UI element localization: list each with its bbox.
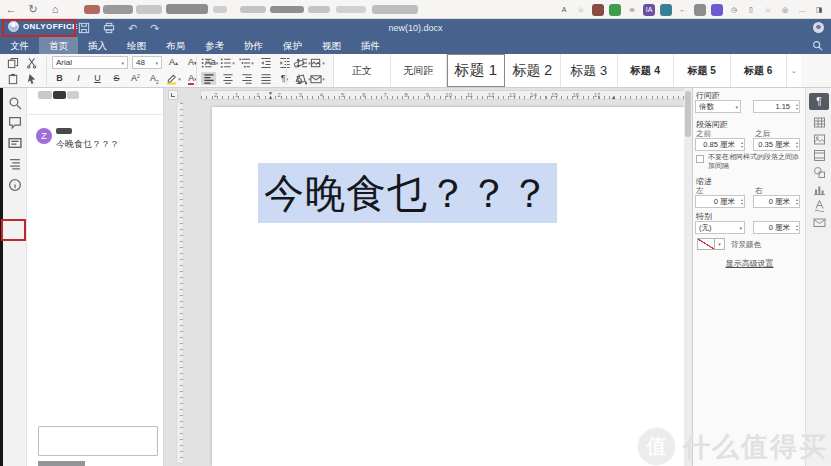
- browser-extension-icon[interactable]: …: [796, 4, 808, 16]
- highlight-color-icon[interactable]: ▾: [166, 72, 181, 85]
- browser-back-icon[interactable]: ←: [0, 0, 22, 19]
- line-spacing-type-select[interactable]: 倍数▾: [695, 100, 741, 113]
- same-style-checkbox[interactable]: [696, 155, 704, 163]
- selected-document-text[interactable]: 今晚食乜？？？: [258, 163, 557, 223]
- search-icon[interactable]: [8, 96, 22, 110]
- style-preset[interactable]: 标题 2: [505, 54, 562, 87]
- style-preset[interactable]: 标题 5: [674, 54, 731, 87]
- bold-button[interactable]: B: [52, 72, 67, 85]
- multilevel-list-icon[interactable]: ▾: [239, 56, 254, 69]
- browser-extension-icon[interactable]: A: [558, 4, 570, 16]
- browser-extension-icon[interactable]: IA: [643, 4, 655, 16]
- menu-tab[interactable]: 文件: [0, 37, 39, 54]
- subscript-button[interactable]: A2: [147, 72, 162, 85]
- table-settings-icon[interactable]: [812, 115, 826, 129]
- image-settings-icon[interactable]: [812, 132, 826, 146]
- header-footer-settings-icon[interactable]: [812, 148, 826, 162]
- font-color-icon[interactable]: A▾: [185, 72, 200, 85]
- right-indent-marker[interactable]: ▲: [611, 95, 616, 99]
- search-icon[interactable]: [812, 40, 823, 51]
- indent-right-field[interactable]: 0 厘米▴▾: [753, 195, 800, 208]
- browser-extension-icon[interactable]: [694, 4, 706, 16]
- menu-tab[interactable]: 绘图: [117, 37, 156, 54]
- font-size-select[interactable]: 48▾: [132, 56, 162, 69]
- menu-tab[interactable]: 布局: [156, 37, 195, 54]
- background-color-dropdown-icon[interactable]: ▾: [715, 238, 725, 250]
- align-left-button[interactable]: [201, 72, 216, 85]
- italic-button[interactable]: I: [71, 72, 86, 85]
- select-tool-icon[interactable]: [24, 72, 39, 85]
- superscript-button[interactable]: A2: [128, 72, 143, 85]
- add-comment-button[interactable]: [38, 461, 85, 466]
- document-page[interactable]: 今晚食乜？？？: [212, 107, 686, 466]
- chart-settings-icon[interactable]: [812, 182, 826, 196]
- strikethrough-button[interactable]: S: [109, 72, 124, 85]
- align-center-button[interactable]: [220, 72, 235, 85]
- spacing-before-field[interactable]: 0.85 厘米▴▾: [695, 138, 745, 151]
- shape-settings-icon[interactable]: [812, 165, 826, 179]
- cut-icon[interactable]: [24, 56, 39, 69]
- bullet-list-icon[interactable]: ▾: [201, 56, 216, 69]
- browser-extension-icon[interactable]: [660, 4, 672, 16]
- menu-tab[interactable]: 插件: [351, 37, 390, 54]
- user-avatar[interactable]: [813, 22, 824, 33]
- headings-icon[interactable]: [8, 157, 22, 171]
- mail-merge-icon[interactable]: ▾: [310, 72, 325, 85]
- first-line-indent-marker[interactable]: ▼▲: [268, 91, 273, 99]
- browser-extension-icon[interactable]: ◎: [779, 4, 791, 16]
- underline-button[interactable]: U: [90, 72, 105, 85]
- style-preset[interactable]: 正文: [334, 54, 391, 87]
- menu-tab[interactable]: 视图: [312, 37, 351, 54]
- menu-tab[interactable]: 插入: [78, 37, 117, 54]
- comments-icon[interactable]: [8, 116, 22, 130]
- browser-extension-icon[interactable]: [592, 4, 604, 16]
- nonprinting-chars-icon[interactable]: ¶▾: [277, 72, 292, 85]
- browser-extension-icon[interactable]: ∞: [626, 4, 638, 16]
- comment-reply-input[interactable]: [38, 426, 158, 456]
- menu-tab[interactable]: 保护: [273, 37, 312, 54]
- browser-extension-icon[interactable]: ◷: [728, 4, 740, 16]
- more-styles-button[interactable]: ⌄: [787, 54, 801, 87]
- browser-extension-icon[interactable]: ▯: [745, 4, 757, 16]
- browser-extension-icon[interactable]: ←: [677, 4, 689, 16]
- special-indent-select[interactable]: (无)▾: [695, 221, 745, 234]
- paragraph-settings-icon[interactable]: ¶: [809, 93, 829, 110]
- spacing-after-field[interactable]: 0.35 厘米▴▾: [753, 138, 800, 151]
- text-art-settings-icon[interactable]: [812, 198, 826, 212]
- scrollbar-thumb[interactable]: [685, 91, 691, 137]
- numbered-list-icon[interactable]: ▾: [220, 56, 235, 69]
- style-preset[interactable]: 无间距: [391, 54, 448, 87]
- decrease-font-icon[interactable]: A▾: [185, 56, 200, 69]
- about-icon[interactable]: [8, 178, 22, 192]
- paste-icon[interactable]: [5, 72, 20, 85]
- browser-extension-icon[interactable]: ◨: [813, 4, 825, 16]
- menu-tab[interactable]: 协作: [234, 37, 273, 54]
- indent-left-field[interactable]: 0 厘米▴▾: [695, 195, 745, 208]
- style-preset[interactable]: 标题 3: [561, 54, 618, 87]
- align-right-button[interactable]: [239, 72, 254, 85]
- style-preset[interactable]: 标题 6: [731, 54, 788, 87]
- browser-home-icon[interactable]: ⌂: [44, 0, 66, 19]
- justify-button[interactable]: [258, 72, 273, 85]
- clear-style-icon[interactable]: [291, 56, 306, 69]
- mail-merge-settings-icon[interactable]: [812, 215, 826, 229]
- font-name-select[interactable]: Arial▾: [52, 56, 128, 69]
- copy-style-icon[interactable]: [291, 72, 306, 85]
- tab-stop-selector[interactable]: [168, 90, 178, 100]
- background-color-swatch[interactable]: [697, 238, 715, 250]
- chat-icon[interactable]: [8, 136, 22, 150]
- browser-extension-icon[interactable]: ☆: [762, 4, 774, 16]
- style-preset[interactable]: 标题 4: [618, 54, 675, 87]
- advanced-settings-link[interactable]: 显示高级设置: [693, 258, 806, 269]
- decrease-indent-icon[interactable]: [258, 56, 273, 69]
- menu-tab[interactable]: 参考: [195, 37, 234, 54]
- horizontal-ruler[interactable]: 211234567891011121314151617 ▼▲ ▲: [200, 90, 694, 100]
- increase-font-icon[interactable]: A▴: [166, 56, 181, 69]
- copy-icon[interactable]: [5, 56, 20, 69]
- vertical-ruler[interactable]: [176, 102, 184, 464]
- increase-indent-icon[interactable]: [277, 56, 292, 69]
- color-scheme-icon[interactable]: ▾: [310, 56, 325, 69]
- browser-extension-icon[interactable]: [609, 4, 621, 16]
- browser-reload-icon[interactable]: ↻: [22, 0, 44, 19]
- browser-extension-icon[interactable]: ☆: [575, 4, 587, 16]
